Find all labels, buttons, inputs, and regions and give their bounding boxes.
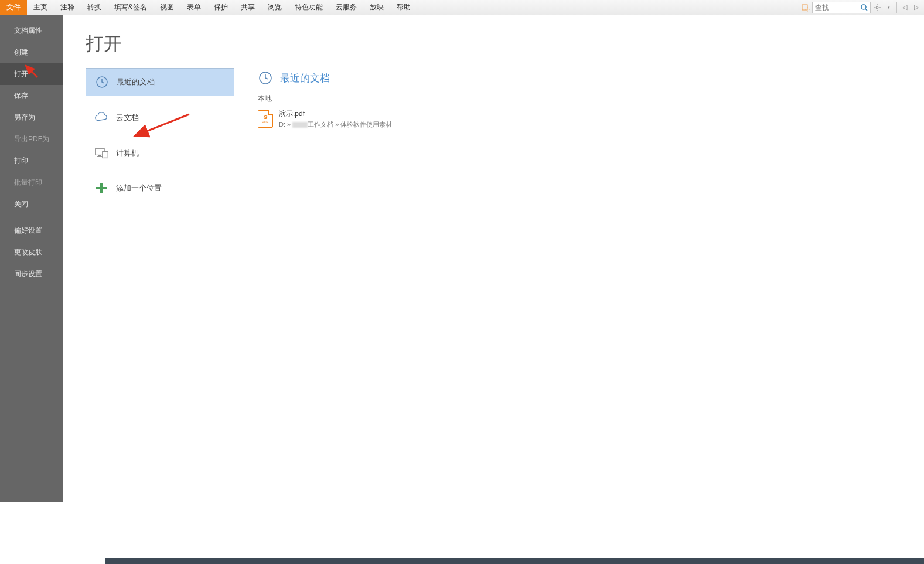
- svg-rect-7: [98, 155, 101, 156]
- tab-cloud[interactable]: 云服务: [329, 0, 363, 15]
- detail-pane: 最近的文档 本地 G PDF 演示.pdf D: » 工作文档 » 体验软件使用…: [234, 68, 924, 202]
- blank-area: [0, 502, 924, 558]
- redacted-segment: [292, 122, 308, 128]
- sidebar-item-batchprint[interactable]: 批量打印: [0, 172, 63, 193]
- source-add-location[interactable]: 添加一个位置: [86, 175, 234, 202]
- clock-icon: [95, 75, 109, 89]
- sidebar-item-create[interactable]: 创建: [0, 42, 63, 63]
- source-list: 最近的文档 云文档 计算机: [86, 68, 234, 202]
- svg-line-3: [865, 9, 867, 11]
- tab-help[interactable]: 帮助: [390, 0, 417, 15]
- source-recent[interactable]: 最近的文档: [86, 68, 234, 96]
- sidebar-item-open[interactable]: 打开: [0, 63, 63, 85]
- footer-left: [0, 558, 105, 564]
- page-title: 打开: [86, 32, 924, 56]
- tab-home[interactable]: 主页: [27, 0, 54, 15]
- sidebar-item-export[interactable]: 导出PDF为: [0, 128, 63, 150]
- find-highlight-icon[interactable]: [800, 2, 811, 13]
- file-name: 演示.pdf: [279, 109, 392, 119]
- file-row[interactable]: G PDF 演示.pdf D: » 工作文档 » 体验软件使用素材: [258, 107, 924, 131]
- tab-convert[interactable]: 转换: [81, 0, 108, 15]
- main-area: 文档属性 创建 打开 保存 另存为 导出PDF为 打印 批量打印 关闭 偏好设置…: [0, 15, 924, 502]
- sidebar-item-saveas[interactable]: 另存为: [0, 107, 63, 128]
- file-info: 演示.pdf D: » 工作文档 » 体验软件使用素材: [279, 109, 392, 129]
- divider: [896, 2, 897, 13]
- sidebar-gap: [0, 215, 63, 220]
- top-right-tools: ▾ ◁ ▷: [800, 0, 924, 15]
- nav-forward-icon[interactable]: ▷: [911, 2, 922, 13]
- computer-icon: [94, 146, 108, 160]
- detail-header: 最近的文档: [258, 70, 924, 86]
- sidebar-item-sync[interactable]: 同步设置: [0, 263, 63, 285]
- sidebar-item-skin[interactable]: 更改皮肤: [0, 242, 63, 263]
- find-box[interactable]: [812, 2, 871, 13]
- sidebar-item-print[interactable]: 打印: [0, 150, 63, 172]
- sidebar-item-preferences[interactable]: 偏好设置: [0, 220, 63, 242]
- section-label-local: 本地: [258, 94, 924, 104]
- svg-point-4: [876, 6, 878, 9]
- top-menu-bar: 文件 主页 注释 转换 填写&签名 视图 表单 保护 共享 浏览 特色功能 云服…: [0, 0, 924, 15]
- sidebar-item-properties[interactable]: 文档属性: [0, 20, 63, 42]
- detail-title: 最近的文档: [280, 72, 330, 85]
- search-icon[interactable]: [858, 2, 870, 13]
- find-input[interactable]: [813, 4, 858, 12]
- cloud-icon: [94, 111, 108, 125]
- footer: [0, 558, 924, 564]
- sidebar-item-close[interactable]: 关闭: [0, 193, 63, 215]
- tab-form[interactable]: 表单: [180, 0, 207, 15]
- chevron-down-icon[interactable]: ▾: [884, 2, 894, 13]
- source-computer[interactable]: 计算机: [86, 140, 234, 167]
- pdf-file-icon: G PDF: [258, 110, 273, 128]
- file-path: D: » 工作文档 » 体验软件使用素材: [279, 120, 392, 129]
- source-cloud[interactable]: 云文档: [86, 104, 234, 131]
- tab-fill-sign[interactable]: 填写&签名: [108, 0, 154, 15]
- sidebar-item-save[interactable]: 保存: [0, 85, 63, 107]
- pdf-icon-label: PDF: [262, 121, 269, 124]
- content-pane: 打开 最近的文档 云文档: [63, 15, 924, 502]
- pdf-icon-g: G: [263, 115, 267, 120]
- source-label: 最近的文档: [117, 77, 155, 87]
- tab-file[interactable]: 文件: [0, 0, 27, 15]
- tab-browse[interactable]: 浏览: [261, 0, 288, 15]
- content-columns: 最近的文档 云文档 计算机: [86, 68, 924, 202]
- tab-present[interactable]: 放映: [363, 0, 390, 15]
- source-label: 云文档: [116, 113, 139, 123]
- clock-icon: [258, 70, 273, 86]
- footer-dark: [105, 558, 924, 564]
- tab-protect[interactable]: 保护: [207, 0, 234, 15]
- tab-annotate[interactable]: 注释: [54, 0, 81, 15]
- nav-back-icon[interactable]: ◁: [899, 2, 910, 13]
- tab-share[interactable]: 共享: [234, 0, 261, 15]
- tab-features[interactable]: 特色功能: [288, 0, 329, 15]
- svg-rect-12: [96, 187, 107, 189]
- svg-rect-8: [97, 156, 103, 157]
- source-label: 计算机: [116, 148, 139, 158]
- sidebar: 文档属性 创建 打开 保存 另存为 导出PDF为 打印 批量打印 关闭 偏好设置…: [0, 15, 63, 502]
- source-label: 添加一个位置: [116, 183, 162, 193]
- gear-icon[interactable]: [872, 2, 882, 13]
- svg-rect-0: [802, 5, 807, 10]
- tab-view[interactable]: 视图: [154, 0, 180, 15]
- svg-rect-10: [103, 157, 107, 157]
- svg-point-2: [861, 5, 866, 9]
- plus-icon: [94, 181, 108, 195]
